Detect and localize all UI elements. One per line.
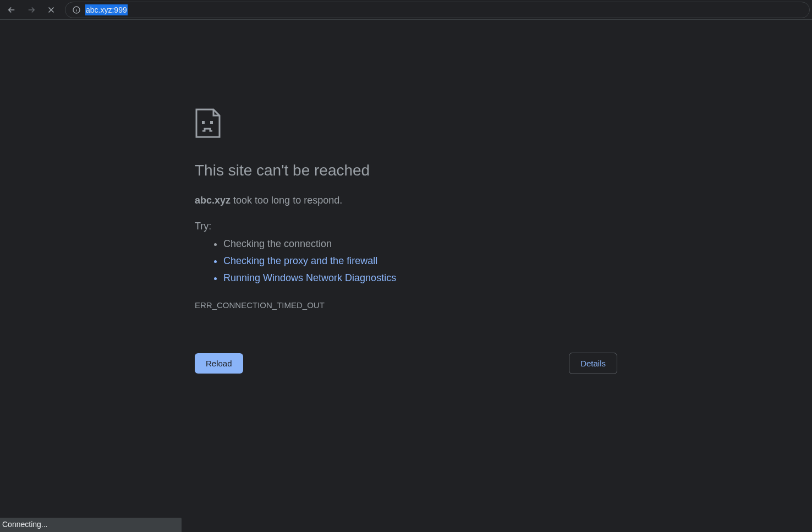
details-button[interactable]: Details bbox=[569, 353, 617, 374]
suggestion-list: Checking the connection Checking the pro… bbox=[195, 235, 617, 286]
error-message-suffix: took too long to respond. bbox=[231, 195, 342, 206]
error-subheading: abc.xyz took too long to respond. bbox=[195, 195, 617, 206]
try-label: Try: bbox=[195, 221, 617, 232]
browser-toolbar: abc.xyz:999 bbox=[0, 0, 812, 20]
error-page-content: This site can't be reached abc.xyz took … bbox=[195, 20, 617, 374]
address-bar[interactable]: abc.xyz:999 bbox=[65, 2, 810, 18]
button-row: Reload Details bbox=[195, 353, 617, 374]
reload-button[interactable]: Reload bbox=[195, 353, 243, 374]
suggestion-link-proxy[interactable]: Checking the proxy and the firewall bbox=[223, 253, 617, 270]
suggestion-link-diagnostics[interactable]: Running Windows Network Diagnostics bbox=[223, 270, 617, 287]
arrow-right-icon bbox=[26, 5, 36, 15]
forward-button[interactable] bbox=[22, 2, 41, 18]
site-info-icon[interactable] bbox=[72, 6, 81, 14]
address-url: abc.xyz:999 bbox=[85, 6, 128, 14]
address-url-wrap: abc.xyz:999 bbox=[85, 4, 128, 15]
svg-rect-4 bbox=[210, 121, 213, 124]
status-bar: Connecting... bbox=[0, 518, 182, 532]
close-icon bbox=[46, 5, 56, 15]
arrow-left-icon bbox=[7, 5, 17, 15]
error-domain: abc.xyz bbox=[195, 195, 231, 206]
sad-page-icon bbox=[195, 108, 221, 139]
stop-button[interactable] bbox=[42, 2, 61, 18]
error-heading: This site can't be reached bbox=[195, 161, 617, 180]
suggestion-item: Checking the connection bbox=[223, 235, 617, 253]
error-code: ERR_CONNECTION_TIMED_OUT bbox=[195, 300, 617, 310]
back-button[interactable] bbox=[2, 2, 21, 18]
svg-rect-3 bbox=[202, 121, 205, 124]
